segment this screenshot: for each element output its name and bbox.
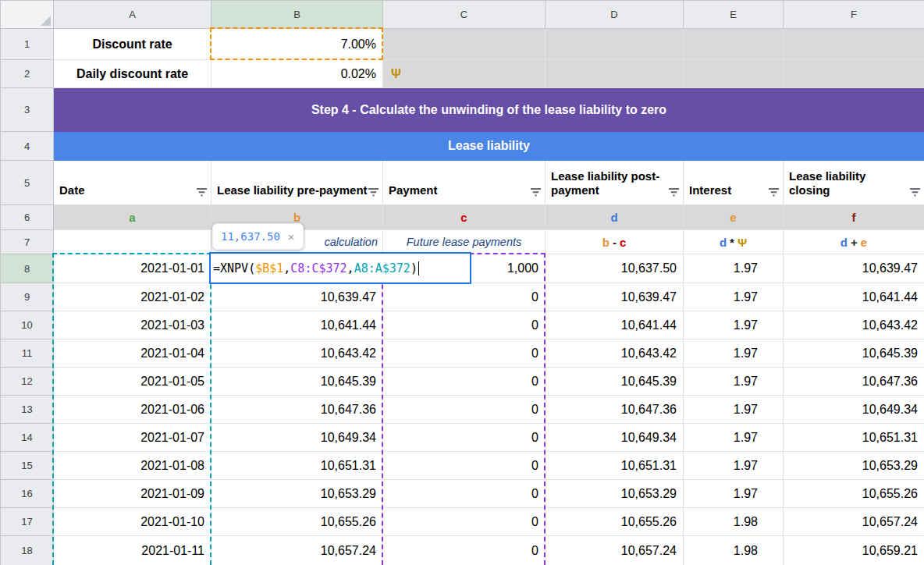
payment-cell[interactable]: 0 xyxy=(383,368,546,396)
empty-cell[interactable] xyxy=(784,29,924,60)
letter-e-cell[interactable]: e xyxy=(684,205,784,230)
row-header[interactable]: 3 xyxy=(1,88,54,132)
date-cell[interactable]: 2021-01-01 xyxy=(54,254,211,283)
daily-discount-rate-value-cell[interactable]: 0.02% xyxy=(211,60,383,88)
column-header-c[interactable]: C xyxy=(383,1,546,29)
row-header[interactable]: 4 xyxy=(1,132,54,161)
closing-cell[interactable]: 10,649.34 xyxy=(784,396,924,424)
header-interest-cell[interactable]: Interest xyxy=(684,161,784,205)
interest-cell[interactable]: 1.97 xyxy=(684,396,784,424)
discount-rate-value-cell[interactable]: 7.00% xyxy=(211,29,383,60)
empty-cell[interactable] xyxy=(54,230,211,254)
post-payment-cell[interactable]: 10,647.36 xyxy=(546,396,684,424)
closing-cell[interactable]: 10,651.31 xyxy=(784,424,924,452)
pre-payment-cell[interactable]: 10,643.42 xyxy=(211,339,383,368)
filter-icon[interactable] xyxy=(197,188,207,197)
payment-cell[interactable]: 0 xyxy=(383,396,546,424)
interest-cell[interactable]: 1.97 xyxy=(684,339,784,368)
row-header[interactable]: 9 xyxy=(1,283,54,311)
close-icon[interactable]: × xyxy=(288,230,295,243)
column-header-d[interactable]: D xyxy=(546,1,684,29)
date-cell[interactable]: 2021-01-02 xyxy=(54,283,211,311)
row-header[interactable]: 5 xyxy=(1,161,54,205)
pre-payment-cell[interactable]: 10,641.44 xyxy=(211,311,383,339)
date-cell[interactable]: 2021-01-10 xyxy=(54,508,211,536)
pre-payment-cell[interactable]: 10,653.29 xyxy=(211,480,383,508)
pre-payment-cell[interactable]: 10,639.47 xyxy=(211,283,383,311)
active-cell-formula-editor[interactable]: =XNPV($B$1,C8:C$372,A8:A$372) xyxy=(209,252,471,284)
future-payments-note-cell[interactable]: Future lease payments xyxy=(383,230,546,254)
letter-a-cell[interactable]: a xyxy=(54,205,211,230)
interest-cell[interactable]: 1.97 xyxy=(684,283,784,311)
column-header-a[interactable]: A xyxy=(54,1,211,29)
filter-icon[interactable] xyxy=(531,188,541,197)
date-cell[interactable]: 2021-01-04 xyxy=(54,339,211,368)
filter-icon[interactable] xyxy=(368,188,378,197)
post-payment-cell[interactable]: 10,655.26 xyxy=(546,508,684,536)
filter-icon[interactable] xyxy=(669,188,679,197)
pre-payment-cell[interactable]: 10,651.31 xyxy=(211,452,383,480)
row-header[interactable]: 17 xyxy=(1,508,54,536)
closing-cell[interactable]: 10,641.44 xyxy=(784,283,924,311)
row-header[interactable]: 12 xyxy=(1,368,54,396)
header-pre-payment-cell[interactable]: Lease liability pre-payment xyxy=(211,161,383,205)
closing-cell[interactable]: 10,659.21 xyxy=(784,536,924,565)
post-payment-cell[interactable]: 10,645.39 xyxy=(546,368,684,396)
empty-cell[interactable] xyxy=(546,60,684,88)
column-header-f[interactable]: F xyxy=(784,1,924,29)
select-all-corner[interactable] xyxy=(1,1,54,29)
daily-discount-rate-label-cell[interactable]: Daily discount rate xyxy=(54,60,211,88)
interest-cell[interactable]: 1.98 xyxy=(684,508,784,536)
date-cell[interactable]: 2021-01-09 xyxy=(54,480,211,508)
post-payment-cell[interactable]: 10,651.31 xyxy=(546,452,684,480)
section-banner[interactable]: Lease liability xyxy=(54,132,924,161)
closing-cell[interactable]: 10,639.47 xyxy=(784,254,924,283)
filter-icon[interactable] xyxy=(769,188,779,197)
empty-cell[interactable] xyxy=(684,29,784,60)
interest-cell[interactable]: 1.97 xyxy=(684,254,784,283)
date-cell[interactable]: 2021-01-11 xyxy=(54,536,211,565)
interest-cell[interactable]: 1.97 xyxy=(684,424,784,452)
letter-d-cell[interactable]: d xyxy=(546,205,684,230)
filter-icon[interactable] xyxy=(910,188,920,197)
letter-c-cell[interactable]: c xyxy=(383,205,546,230)
header-payment-cell[interactable]: Payment xyxy=(383,161,546,205)
payment-cell[interactable]: 0 xyxy=(383,480,546,508)
interest-cell[interactable]: 1.97 xyxy=(684,311,784,339)
row-header[interactable]: 18 xyxy=(1,536,54,565)
header-closing-cell[interactable]: Lease liability closing xyxy=(784,161,924,205)
closing-cell[interactable]: 10,647.36 xyxy=(784,368,924,396)
formula-e-cell[interactable]: d*Ψ xyxy=(684,230,784,254)
column-header-e[interactable]: E xyxy=(684,1,784,29)
psi-symbol-cell[interactable]: Ψ xyxy=(383,60,546,88)
post-payment-cell[interactable]: 10,643.42 xyxy=(546,339,684,368)
post-payment-cell[interactable]: 10,657.24 xyxy=(546,536,684,565)
date-cell[interactable]: 2021-01-05 xyxy=(54,368,211,396)
row-header[interactable]: 11 xyxy=(1,339,54,368)
date-cell[interactable]: 2021-01-08 xyxy=(54,452,211,480)
payment-cell[interactable]: 0 xyxy=(383,452,546,480)
payment-cell[interactable]: 0 xyxy=(383,536,546,565)
row-header[interactable]: 14 xyxy=(1,424,54,452)
empty-cell[interactable] xyxy=(546,29,684,60)
row-header[interactable]: 13 xyxy=(1,396,54,424)
payment-cell[interactable]: 0 xyxy=(383,311,546,339)
row-header[interactable]: 1 xyxy=(1,29,54,60)
date-cell[interactable]: 2021-01-06 xyxy=(54,396,211,424)
post-payment-cell[interactable]: 10,639.47 xyxy=(546,283,684,311)
payment-cell[interactable]: 0 xyxy=(383,508,546,536)
pre-payment-cell[interactable]: 10,657.24 xyxy=(211,536,383,565)
formula-f-cell[interactable]: d+e xyxy=(784,230,924,254)
letter-f-cell[interactable]: f xyxy=(784,205,924,230)
step-banner[interactable]: Step 4 - Calculate the unwinding of the … xyxy=(54,88,924,132)
date-cell[interactable]: 2021-01-07 xyxy=(54,424,211,452)
discount-rate-label-cell[interactable]: Discount rate xyxy=(54,29,211,60)
row-header[interactable]: 6 xyxy=(1,205,54,230)
closing-cell[interactable]: 10,643.42 xyxy=(784,311,924,339)
pre-payment-cell[interactable]: 10,647.36 xyxy=(211,396,383,424)
payment-cell[interactable]: 0 xyxy=(383,283,546,311)
empty-cell[interactable] xyxy=(784,60,924,88)
post-payment-cell[interactable]: 10,653.29 xyxy=(546,480,684,508)
date-cell[interactable]: 2021-01-03 xyxy=(54,311,211,339)
row-header[interactable]: 15 xyxy=(1,452,54,480)
